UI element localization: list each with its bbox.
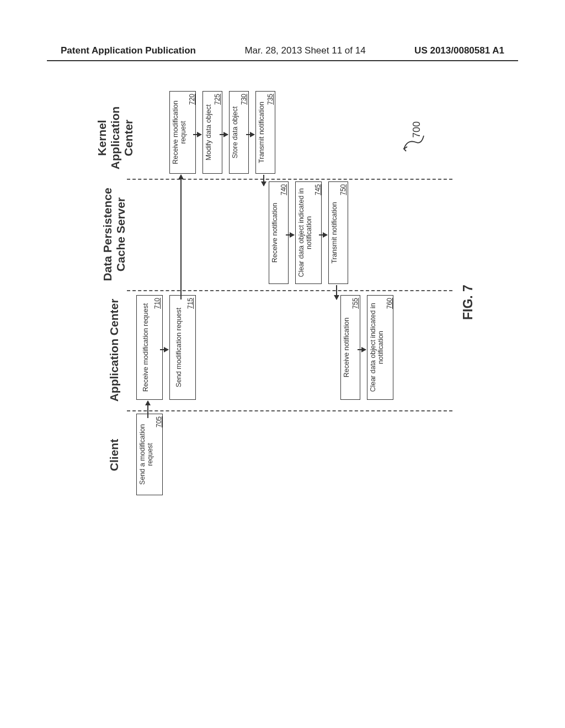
step-710: Receive modification request 710 bbox=[136, 295, 163, 400]
step-725-num: 725 bbox=[214, 94, 221, 105]
header-rule bbox=[47, 60, 518, 61]
arrow-725-730 bbox=[220, 134, 228, 135]
lane-header-kernel-l3: Center bbox=[122, 120, 135, 157]
step-750-num: 750 bbox=[340, 184, 347, 195]
step-755-num: 755 bbox=[352, 298, 359, 309]
lane-header-client: Client bbox=[108, 419, 121, 491]
arrow-710-715 bbox=[160, 349, 168, 350]
step-705-label: Send a modification request bbox=[139, 416, 154, 493]
step-715: Send modification request 715 bbox=[169, 295, 196, 400]
step-725: Modify data object 725 bbox=[202, 91, 222, 174]
step-735-label: Transmit notification bbox=[258, 101, 266, 163]
lane-header-app-center: Application Center bbox=[108, 295, 121, 405]
step-760: Clear data object indicated in notificat… bbox=[367, 295, 393, 400]
lane-header-kernel-l1: Kernel bbox=[95, 120, 108, 156]
step-715-label: Send modification request bbox=[172, 308, 186, 388]
step-725-label: Modify data object bbox=[205, 104, 213, 160]
step-720: Receive modification request 720 bbox=[169, 91, 196, 174]
step-720-label: Receive modification request bbox=[172, 94, 188, 171]
arrow-705-710 bbox=[147, 401, 148, 418]
arrow-745-750 bbox=[319, 234, 327, 235]
step-735-num: 735 bbox=[267, 94, 274, 105]
arrow-755-760 bbox=[358, 349, 366, 350]
step-745-num: 745 bbox=[315, 184, 322, 195]
step-730: Store data object 730 bbox=[229, 91, 249, 174]
arrow-735-740 bbox=[263, 175, 264, 186]
lane-header-kernel: Kernel Application Center bbox=[95, 99, 135, 176]
step-720-num: 720 bbox=[189, 94, 196, 105]
step-755-label: Receive notification bbox=[343, 318, 351, 377]
step-710-num: 710 bbox=[154, 298, 161, 309]
arrow-730-735 bbox=[246, 134, 254, 135]
step-755: Receive notification 755 bbox=[340, 295, 360, 400]
step-705-num: 705 bbox=[156, 416, 163, 427]
lane-divider-3 bbox=[127, 179, 452, 180]
step-735: Transmit notification 735 bbox=[255, 91, 275, 174]
arrow-715-720 bbox=[180, 175, 182, 299]
step-740-num: 740 bbox=[280, 184, 287, 195]
step-710-label: Receive modification request bbox=[139, 303, 153, 392]
step-760-label: Clear data object indicated in notificat… bbox=[370, 298, 385, 397]
header-pubnumber: US 2013/0080581 A1 bbox=[414, 45, 504, 56]
lane-header-data-persistence: Data Persistence Cache Server bbox=[101, 182, 127, 287]
arrow-720-725 bbox=[193, 134, 201, 135]
step-745-label: Clear data object indicated in notificat… bbox=[298, 184, 313, 281]
step-750-label: Transmit notification bbox=[331, 202, 339, 263]
step-745: Clear data object indicated in notificat… bbox=[295, 181, 322, 284]
header-date-sheet: Mar. 28, 2013 Sheet 11 of 14 bbox=[244, 45, 365, 56]
step-705: Send a modification request 705 bbox=[136, 414, 163, 495]
step-740-label: Receive notification bbox=[271, 203, 279, 263]
sequence-diagram: Client Application Center Data Persisten… bbox=[86, 105, 483, 491]
lane-header-kernel-l2: Application bbox=[109, 106, 121, 169]
arrow-740-745 bbox=[286, 234, 294, 235]
arrow-750-755 bbox=[336, 285, 337, 299]
lane-divider-2 bbox=[127, 290, 452, 291]
figure-ref-700: 700 bbox=[411, 121, 423, 138]
lane-header-dp-line1: Data Persistence bbox=[101, 188, 114, 281]
lane-header-dp-line2: Cache Server bbox=[114, 197, 127, 271]
step-760-num: 760 bbox=[386, 298, 393, 309]
step-740: Receive notification 740 bbox=[269, 181, 289, 284]
step-715-num: 715 bbox=[187, 298, 194, 309]
page-header: Patent Application Publication Mar. 28, … bbox=[0, 45, 565, 56]
step-730-num: 730 bbox=[241, 94, 248, 105]
step-730-label: Store data object bbox=[232, 106, 239, 159]
step-750: Transmit notification 750 bbox=[328, 181, 348, 284]
header-publication: Patent Application Publication bbox=[61, 45, 196, 56]
figure-label: FIG. 7 bbox=[461, 285, 476, 320]
lane-divider-1 bbox=[127, 410, 452, 411]
